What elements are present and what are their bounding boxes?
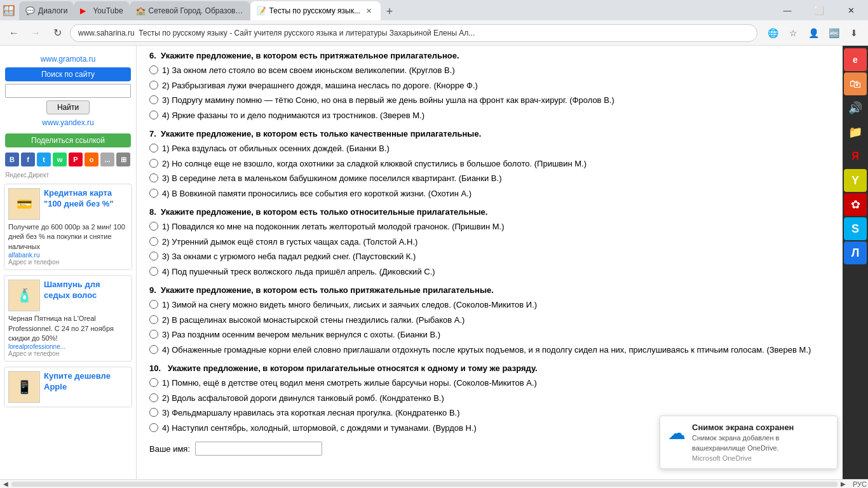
ad-shampun-title[interactable]: Шампунь для седых волос xyxy=(44,280,128,301)
translate-icon[interactable]: 🌐 xyxy=(764,24,782,42)
address-icons: 🌐 ☆ 👤 🔤 ⬇ xyxy=(764,24,863,42)
name-label: Ваше имя: xyxy=(149,444,190,454)
q8-radio-2[interactable] xyxy=(149,237,158,246)
q8-option-3: 3) За окнами с угрюмого неба падал редки… xyxy=(149,250,830,263)
q9-radio-1[interactable] xyxy=(149,300,158,309)
store-button[interactable]: 🛍 xyxy=(844,72,867,95)
q7-option-4-text: 4) В Вовкиной памяти проносились все соб… xyxy=(162,187,471,200)
star-icon[interactable]: ☆ xyxy=(784,24,802,42)
social-ok-icon[interactable]: о xyxy=(85,152,98,166)
q6-radio-1[interactable] xyxy=(149,65,158,74)
flower-button[interactable]: ✿ xyxy=(844,193,867,216)
refresh-button[interactable]: ↻ xyxy=(48,24,66,42)
yandex-b-button[interactable]: Y xyxy=(844,169,867,192)
q10-number: 10. xyxy=(149,363,161,373)
onedrive-text: Снимок экрана сохранен Снимок экрана доб… xyxy=(692,423,829,462)
sidebar-search-input[interactable] xyxy=(5,84,131,98)
q10-radio-1[interactable] xyxy=(149,378,158,387)
question-9: 9. Укажите предложение, в котором есть т… xyxy=(149,285,830,356)
q6-radio-2[interactable] xyxy=(149,81,158,90)
q8-radio-4[interactable] xyxy=(149,267,158,276)
q9-radio-2[interactable] xyxy=(149,315,158,324)
ad-credit-image: 💳 xyxy=(8,188,40,220)
tab-testy[interactable]: 📝 Тесты по русскому язык... ✕ xyxy=(250,1,381,20)
gramota-link[interactable]: www.gramota.ru xyxy=(5,53,131,65)
social-misc2-icon[interactable]: ⊞ xyxy=(116,152,130,166)
ad-apple-title[interactable]: Купите дешевле Apple xyxy=(44,371,128,393)
skype-button[interactable]: S xyxy=(844,217,867,240)
horizontal-scrollbar: ◀ ▶ РУС xyxy=(0,479,868,488)
ad-credit-link[interactable]: alfabank.ru xyxy=(8,252,128,259)
yandex-direct-label: Яндекс.Директ xyxy=(0,169,136,181)
share-button[interactable]: Поделиться ссылкой xyxy=(5,133,131,147)
name-input[interactable] xyxy=(195,442,322,456)
address-input[interactable] xyxy=(70,24,757,42)
yandex-link[interactable]: www.yandex.ru xyxy=(5,117,131,128)
q6-radio-3[interactable] xyxy=(149,95,158,104)
ad-apple[interactable]: 📱 Купите дешевле Apple xyxy=(4,367,132,407)
onedrive-notification[interactable]: ☁ Снимок экрана сохранен Снимок экрана д… xyxy=(660,416,837,469)
folder-button[interactable]: 📁 xyxy=(844,121,867,144)
restore-button[interactable]: ⬜ xyxy=(804,0,834,20)
social-misc-icon[interactable]: ... xyxy=(100,152,114,166)
q8-radio-1[interactable] xyxy=(149,222,158,231)
edge-button[interactable]: e xyxy=(844,48,867,71)
tab-title-setevoi: Сетевой Город. Образован... xyxy=(149,6,244,15)
new-tab-button[interactable]: + xyxy=(381,3,398,20)
find-button[interactable]: Найти xyxy=(46,100,90,114)
q10-radio-3[interactable] xyxy=(149,408,158,417)
back-button[interactable]: ← xyxy=(5,24,23,42)
q7-option-1-text: 1) Река вздулась от обильных осенних дож… xyxy=(162,142,390,155)
q10-radio-2[interactable] xyxy=(149,393,158,402)
ad-credit[interactable]: 💳 Кредитная карта "100 дней без %" Получ… xyxy=(4,184,132,270)
user-icon[interactable]: 👤 xyxy=(804,24,822,42)
q8-text: Укажите предложение, в котором есть толь… xyxy=(161,207,487,217)
tab-favicon-setevoi: 🏫 xyxy=(136,6,145,15)
close-button[interactable]: ✕ xyxy=(836,0,865,20)
scroll-right-button[interactable]: ▶ xyxy=(839,480,848,489)
download-icon[interactable]: ⬇ xyxy=(845,24,863,42)
social-tw-icon[interactable]: t xyxy=(37,152,51,166)
q6-radio-4[interactable] xyxy=(149,111,158,119)
q6-number: 6. xyxy=(149,51,156,60)
tab-dialogi[interactable]: 💬 Диалоги xyxy=(19,1,74,20)
ext-bar: e 🛍 🔊 📁 Я Y ✿ S Л xyxy=(843,46,868,479)
q8-radio-3[interactable] xyxy=(149,252,158,261)
q7-option-3-text: 3) В середине лета в маленьком бабушкино… xyxy=(162,172,501,185)
scroll-track[interactable] xyxy=(11,482,837,487)
q7-radio-3[interactable] xyxy=(149,173,158,182)
browser-window: 🪟 💬 Диалоги ▶ YouTube 🏫 Сетевой Город. О… xyxy=(0,0,868,488)
social-fb-icon[interactable]: f xyxy=(21,152,35,166)
q8-option-3-text: 3) За окнами с угрюмого неба падал редки… xyxy=(162,250,416,263)
q10-text: Укажите предложение, в котором прилагате… xyxy=(168,363,538,373)
blue-app-button[interactable]: Л xyxy=(844,241,867,264)
q9-radio-3[interactable] xyxy=(149,330,158,339)
q8-option-2-text: 2) Утренний дымок ещё стоял в густых чащ… xyxy=(162,236,417,248)
tab-setevoi[interactable]: 🏫 Сетевой Город. Образован... xyxy=(130,1,250,20)
q10-option-1: 1) Помню, ещё в детстве отец водил меня … xyxy=(149,377,830,390)
page-content[interactable]: 6. Укажите предложение, в котором есть п… xyxy=(137,46,843,479)
q8-option-2: 2) Утренний дымок ещё стоял в густых чащ… xyxy=(149,236,830,248)
forward-button[interactable]: → xyxy=(27,24,44,42)
q7-radio-2[interactable] xyxy=(149,159,158,168)
q7-radio-4[interactable] xyxy=(149,189,158,198)
social-pi-icon[interactable]: P xyxy=(69,152,83,166)
ad-shampun-link[interactable]: lorealprofessionne... xyxy=(8,343,128,350)
q7-radio-1[interactable] xyxy=(149,144,158,152)
social-wa-icon[interactable]: w xyxy=(53,152,67,166)
q10-radio-4[interactable] xyxy=(149,423,158,432)
yandex-y-button[interactable]: Я xyxy=(844,145,867,168)
tab-close-testy[interactable]: ✕ xyxy=(364,6,374,16)
scroll-left-button[interactable]: ◀ xyxy=(1,480,10,489)
ad-shampun[interactable]: 🧴 Шампунь для седых волос Черная Пятница… xyxy=(4,275,132,362)
q8-option-4-text: 4) Под пушечный треск волжского льда при… xyxy=(162,266,435,278)
volume-button[interactable]: 🔊 xyxy=(844,97,867,119)
q9-radio-4[interactable] xyxy=(149,345,158,354)
ad-credit-title[interactable]: Кредитная карта "100 дней без %" xyxy=(44,188,128,210)
ext-icon[interactable]: 🔤 xyxy=(825,24,843,42)
minimize-button[interactable]: — xyxy=(773,0,802,20)
q6-option-3: 3) Подругу мамину помню — тётю Соню, но … xyxy=(149,94,830,107)
social-vk-icon[interactable]: В xyxy=(5,152,19,166)
q9-option-4: 4) Обнаженные громадные корни елей словн… xyxy=(149,344,830,356)
tab-youtube[interactable]: ▶ YouTube xyxy=(74,1,129,20)
